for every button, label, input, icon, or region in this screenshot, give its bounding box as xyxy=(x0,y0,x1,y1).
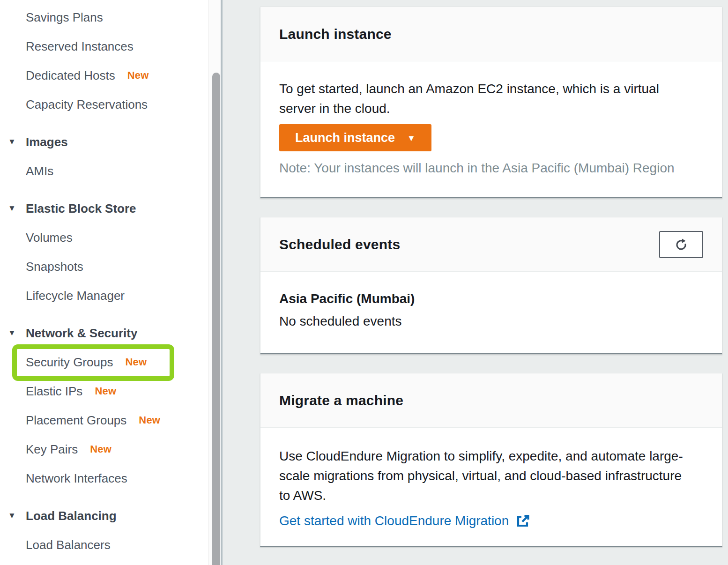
launch-instance-card: Launch instance To get started, launch a… xyxy=(260,7,722,198)
scheduled-events-status: No scheduled events xyxy=(279,312,703,331)
sidebar-item-label: Load Balancers xyxy=(26,538,111,552)
sidebar-item-key-pairs[interactable]: Key Pairs New xyxy=(0,435,208,464)
cloudendure-migration-link[interactable]: Get started with CloudEndure Migration xyxy=(279,512,530,530)
sidebar-item-label: Capacity Reservations xyxy=(26,97,148,112)
sidebar-item-label: Network Interfaces xyxy=(26,471,127,486)
refresh-button[interactable] xyxy=(659,231,703,258)
sidebar-scrollbar-thumb[interactable] xyxy=(212,73,220,565)
launch-instance-card-header: Launch instance xyxy=(260,7,722,61)
sidebar-item-volumes[interactable]: Volumes xyxy=(0,223,208,252)
new-badge: New xyxy=(125,356,147,368)
launch-instance-description: To get started, launch an Amazon EC2 ins… xyxy=(279,79,703,119)
sidebar-item-label: Dedicated Hosts xyxy=(26,68,115,83)
sidebar-scrollbar-track[interactable] xyxy=(208,0,221,565)
migrate-machine-card-header: Migrate a machine xyxy=(260,373,722,428)
side-navigation-list: Savings Plans Reserved Instances Dedicat… xyxy=(0,0,208,559)
sidebar-item-security-groups[interactable]: Security Groups New xyxy=(0,348,208,377)
sidebar-item-snapshots[interactable]: Snapshots xyxy=(0,252,208,281)
sidebar-item-label: Reserved Instances xyxy=(26,39,134,54)
sidebar-item-label: Elastic IPs xyxy=(26,384,82,399)
sidebar-item-placement-groups[interactable]: Placement Groups New xyxy=(0,406,208,435)
sidebar-section-label: Elastic Block Store xyxy=(26,201,136,216)
launch-instance-card-body: To get started, launch an Amazon EC2 ins… xyxy=(260,61,722,197)
new-badge: New xyxy=(139,414,160,426)
migrate-machine-card-body: Use CloudEndure Migration to simplify, e… xyxy=(260,428,722,546)
dashboard-content: Launch instance To get started, launch a… xyxy=(223,0,728,565)
sidebar-item-savings-plans[interactable]: Savings Plans xyxy=(0,3,208,32)
sidebar-section-images[interactable]: ▼ Images xyxy=(0,127,208,156)
caret-down-icon: ▼ xyxy=(8,137,16,147)
sidebar-item-dedicated-hosts[interactable]: Dedicated Hosts New xyxy=(0,61,208,90)
new-badge: New xyxy=(90,443,111,455)
launch-instance-button-label: Launch instance xyxy=(295,131,395,145)
sidebar-item-label: Savings Plans xyxy=(26,10,103,25)
new-badge: New xyxy=(127,69,149,82)
caret-down-icon: ▼ xyxy=(407,133,416,143)
sidebar-item-label: Key Pairs xyxy=(26,442,78,457)
region-heading: Asia Pacific (Mumbai) xyxy=(279,290,703,308)
sidebar-item-reserved-instances[interactable]: Reserved Instances xyxy=(0,32,208,61)
migrate-machine-card: Migrate a machine Use CloudEndure Migrat… xyxy=(260,373,722,547)
side-navigation: Savings Plans Reserved Instances Dedicat… xyxy=(0,0,208,565)
sidebar-section-load-balancing[interactable]: ▼ Load Balancing xyxy=(0,501,208,530)
sidebar-item-network-interfaces[interactable]: Network Interfaces xyxy=(0,464,208,493)
migrate-machine-description: Use CloudEndure Migration to simplify, e… xyxy=(279,446,703,506)
sidebar-section-elastic-block-store[interactable]: ▼ Elastic Block Store xyxy=(0,194,208,223)
new-badge: New xyxy=(95,385,116,397)
caret-down-icon: ▼ xyxy=(8,204,16,213)
caret-down-icon: ▼ xyxy=(8,511,16,520)
sidebar-item-label: Placement Groups xyxy=(26,413,126,428)
region-note: Note: Your instances will launch in the … xyxy=(279,160,703,177)
sidebar-item-lifecycle-manager[interactable]: Lifecycle Manager xyxy=(0,281,208,310)
card-title: Migrate a machine xyxy=(279,393,403,409)
ec2-console-page: Savings Plans Reserved Instances Dedicat… xyxy=(0,0,728,565)
scheduled-events-card: Scheduled events Asia Pacific (Mumbai) N… xyxy=(260,217,722,354)
refresh-icon xyxy=(674,237,689,252)
sidebar-item-label: Lifecycle Manager xyxy=(26,289,125,303)
sidebar-item-label: AMIs xyxy=(26,164,53,178)
sidebar-section-label: Images xyxy=(26,135,68,149)
card-title: Launch instance xyxy=(279,26,392,42)
sidebar-item-load-balancers[interactable]: Load Balancers xyxy=(0,530,208,559)
sidebar-section-label: Load Balancing xyxy=(26,509,117,523)
sidebar-item-label: Security Groups xyxy=(26,355,113,370)
sidebar-item-capacity-reservations[interactable]: Capacity Reservations xyxy=(0,90,208,119)
external-link-icon xyxy=(515,513,530,528)
sidebar-item-elastic-ips[interactable]: Elastic IPs New xyxy=(0,377,208,406)
scheduled-events-card-body: Asia Pacific (Mumbai) No scheduled event… xyxy=(260,272,722,353)
sidebar-item-amis[interactable]: AMIs xyxy=(0,156,208,186)
card-title: Scheduled events xyxy=(279,237,400,253)
sidebar-section-network-security[interactable]: ▼ Network & Security xyxy=(0,319,208,348)
caret-down-icon: ▼ xyxy=(8,328,16,338)
sidebar-section-label: Network & Security xyxy=(26,326,137,341)
launch-instance-button[interactable]: Launch instance ▼ xyxy=(279,124,431,151)
scheduled-events-card-header: Scheduled events xyxy=(260,217,722,272)
sidebar-item-label: Volumes xyxy=(26,230,73,245)
sidebar-item-label: Snapshots xyxy=(26,260,83,274)
